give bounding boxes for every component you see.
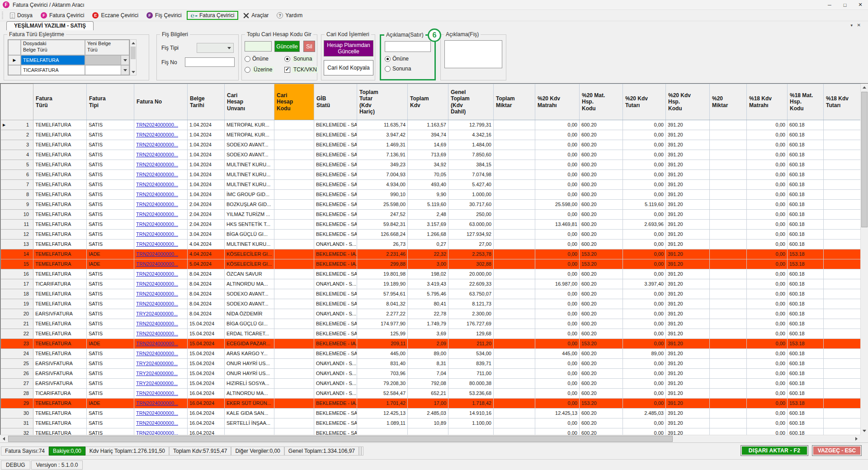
cell-miktar[interactable] bbox=[494, 120, 535, 130]
cell-mk20[interactable]: 600.20 bbox=[580, 220, 623, 230]
cell-kdv[interactable]: 80,41 bbox=[408, 299, 448, 309]
cell-turu[interactable]: TEMELFATURA bbox=[33, 259, 87, 269]
aciklama-fis-textarea[interactable] bbox=[444, 40, 502, 68]
invoice-number-link[interactable]: TRN2024000000... bbox=[136, 122, 178, 127]
cell-m18[interactable]: 0,00 bbox=[747, 120, 788, 130]
cell-tutar[interactable]: 1.701,42 bbox=[357, 399, 408, 409]
cell-kdv[interactable]: 713,69 bbox=[408, 150, 448, 160]
cell-tutar[interactable]: 19.801,98 bbox=[357, 269, 408, 279]
tck-vkn-checkbox[interactable] bbox=[284, 67, 290, 73]
cell-genel[interactable]: 839,71 bbox=[448, 359, 494, 369]
cell-no[interactable]: TRN2024000000... bbox=[134, 170, 188, 180]
cell-m18[interactable]: 0,00 bbox=[747, 389, 788, 399]
cell-kodu[interactable] bbox=[274, 289, 314, 299]
cell-turu[interactable]: TICARIFATURA bbox=[33, 389, 87, 399]
cell-t18[interactable] bbox=[824, 329, 861, 339]
row-header[interactable]: 18 bbox=[1, 289, 33, 299]
cell-tipi[interactable]: IADE bbox=[87, 259, 134, 269]
menu-item-fi-evirici[interactable]: FFiş Çevirici bbox=[142, 11, 186, 20]
cell-turu[interactable]: TEMELFATURA bbox=[33, 299, 87, 309]
cell-mk18[interactable]: 600.18 bbox=[788, 240, 824, 249]
cell-m18[interactable]: 0,00 bbox=[747, 140, 788, 150]
cell-no[interactable]: TRN2024000000... bbox=[134, 279, 188, 289]
cell-miktar[interactable] bbox=[494, 140, 535, 150]
cell-kdv[interactable]: 5.119,60 bbox=[408, 200, 448, 210]
cell-m20[interactable]: 0,00 bbox=[535, 240, 580, 249]
cell-m18[interactable]: 0,00 bbox=[747, 339, 788, 349]
maximize-button[interactable]: □ bbox=[837, 0, 853, 9]
cell-tarih[interactable]: 8.04.2024 bbox=[188, 279, 225, 289]
cell-tutar[interactable]: 2.231,46 bbox=[357, 249, 408, 259]
cell-m18[interactable]: 0,00 bbox=[747, 319, 788, 329]
cell-genel[interactable]: 63.000,00 bbox=[448, 220, 494, 230]
cell-no[interactable]: TRN2024000000... bbox=[134, 269, 188, 279]
cell-tarih[interactable]: 1.04.2024 bbox=[188, 140, 225, 150]
cell-genel[interactable]: 127.934,92 bbox=[448, 230, 494, 240]
cell-m20[interactable]: 0,00 bbox=[535, 379, 580, 389]
cell-t18[interactable] bbox=[824, 389, 861, 399]
cell-no[interactable]: TRN2024000000... bbox=[134, 220, 188, 230]
header-row-selector[interactable] bbox=[1, 84, 33, 120]
cell-kdv[interactable]: 89,00 bbox=[408, 349, 448, 359]
cell-tarih[interactable]: 8.04.2024 bbox=[188, 299, 225, 309]
cell-t20[interactable]: 0,00 bbox=[623, 269, 666, 279]
cell-kodu[interactable] bbox=[274, 299, 314, 309]
cell-tutar[interactable]: 299,88 bbox=[357, 259, 408, 269]
cell-kdv[interactable]: 5.795,46 bbox=[408, 289, 448, 299]
cell-gib[interactable]: BEKLEMEDE - SA... bbox=[314, 140, 357, 150]
cell-genel[interactable]: 1.000,00 bbox=[448, 190, 494, 200]
cell-unvan[interactable]: ALTINORDU MA... bbox=[225, 279, 274, 289]
cell-gib[interactable]: BEKLEMEDE - IA... bbox=[314, 259, 357, 269]
col-dosyadaki-belge-turu[interactable]: Dosyadaki Belge Türü bbox=[21, 40, 85, 55]
cell-genel[interactable]: 211,20 bbox=[448, 339, 494, 349]
invoice-number-link[interactable]: TRY2024000000... bbox=[136, 371, 178, 376]
cell-no[interactable]: TRN2024000000... bbox=[134, 210, 188, 220]
cell-kdv[interactable]: 394,74 bbox=[408, 130, 448, 140]
cell-miktar[interactable] bbox=[494, 379, 535, 389]
cell-m20[interactable]: 0,00 bbox=[535, 140, 580, 150]
cell-turu[interactable]: TEMELFATURA bbox=[33, 349, 87, 359]
cell-t18[interactable] bbox=[824, 210, 861, 220]
cell-genel[interactable]: 8.121,73 bbox=[448, 299, 494, 309]
cell-no[interactable]: TRN2024000000... bbox=[134, 140, 188, 150]
cell-mik20[interactable] bbox=[710, 140, 747, 150]
cell-t20[interactable]: 0,00 bbox=[623, 319, 666, 329]
scroll-down-icon[interactable] bbox=[130, 69, 136, 75]
scroll-down-icon[interactable] bbox=[861, 427, 868, 435]
menu-item-fatura-evirici[interactable]: ℮-Fatura Çevirici bbox=[187, 11, 239, 20]
cell-tipi[interactable]: IADE bbox=[87, 339, 134, 349]
cell-m20[interactable]: 12.425,13 bbox=[535, 409, 580, 418]
row-header[interactable]: 17 bbox=[1, 279, 33, 289]
cell-mik20[interactable] bbox=[710, 160, 747, 170]
cell-tarih[interactable]: 1.04.2024 bbox=[188, 130, 225, 140]
cell-mik20[interactable] bbox=[710, 309, 747, 319]
cell-mk20[interactable]: 600.20 bbox=[580, 299, 623, 309]
cell-mk20[interactable]: 600.20 bbox=[580, 140, 623, 150]
cell-no[interactable]: TRN2024000000... bbox=[134, 150, 188, 160]
cell-miktar[interactable] bbox=[494, 329, 535, 339]
cell-m18[interactable]: 0,00 bbox=[747, 210, 788, 220]
cell-tipi[interactable]: SATIS bbox=[87, 289, 134, 299]
cell-miktar[interactable] bbox=[494, 428, 535, 435]
cell-miktar[interactable] bbox=[494, 200, 535, 210]
cell-mk18[interactable]: 600.18 bbox=[788, 329, 824, 339]
cell-genel[interactable]: 1.718,42 bbox=[448, 399, 494, 409]
cell-tipi[interactable]: IADE bbox=[87, 399, 134, 409]
cell-kodu[interactable] bbox=[274, 349, 314, 359]
cell-kodu[interactable] bbox=[274, 428, 314, 435]
scroll-right-icon[interactable] bbox=[853, 435, 860, 442]
cell-mk18[interactable]: 600.18 bbox=[788, 220, 824, 230]
cell-tk20[interactable]: 391.20 bbox=[666, 329, 710, 339]
cell-unvan[interactable]: ECEGIDA PAZAR... bbox=[225, 339, 274, 349]
cell-unvan[interactable]: BOZKUŞLAR GID... bbox=[225, 200, 274, 210]
row-header[interactable]: 6 bbox=[1, 170, 33, 180]
new-type-dropdown[interactable] bbox=[85, 65, 129, 75]
toplu-cari-kod-input[interactable] bbox=[245, 41, 272, 52]
mapping-grid-scrollbar[interactable] bbox=[130, 39, 137, 75]
cell-t20[interactable]: 0,00 bbox=[623, 299, 666, 309]
cell-t20[interactable]: 0,00 bbox=[623, 230, 666, 240]
cell-tk20[interactable]: 391.20 bbox=[666, 120, 710, 130]
col-yeni-belge-turu[interactable]: Yeni Belge Türü bbox=[85, 40, 129, 55]
cell-mik20[interactable] bbox=[710, 359, 747, 369]
cell-m20[interactable]: 0,00 bbox=[535, 160, 580, 170]
